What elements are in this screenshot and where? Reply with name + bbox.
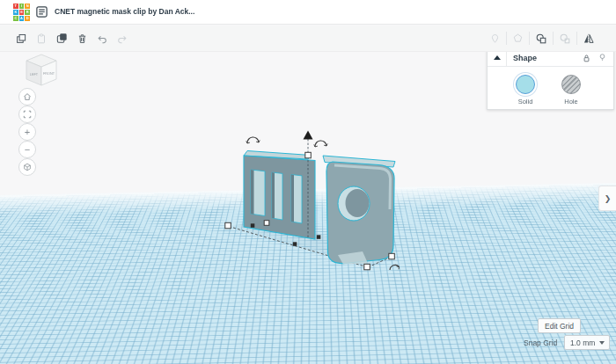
shape-options: Solid Hole <box>488 67 613 109</box>
logo-tile: D <box>25 16 30 21</box>
logo-tile: C <box>13 16 18 21</box>
fit-view-button[interactable] <box>18 106 36 123</box>
trash-icon <box>77 33 88 45</box>
undo-icon <box>96 33 108 44</box>
logo-tile: T <box>13 4 18 9</box>
group-icon <box>535 33 547 45</box>
logo-tile: N <box>25 4 30 9</box>
ungroup-icon <box>559 33 571 45</box>
paste-button[interactable] <box>35 33 48 45</box>
redo-button[interactable] <box>116 33 128 44</box>
plus-icon: + <box>25 127 30 137</box>
open-panel-tab[interactable]: ❯ <box>598 186 616 211</box>
redo-icon <box>116 33 128 44</box>
chevron-right-icon: ❯ <box>605 194 612 203</box>
triangle-up-icon <box>494 55 501 60</box>
ruler-button[interactable] <box>512 33 524 44</box>
perspective-toggle-button[interactable] <box>18 158 36 176</box>
toolbar-divider <box>529 32 530 45</box>
view-cube-left-label[interactable]: LEFT <box>30 73 39 76</box>
copy-icon <box>15 33 27 45</box>
fit-view-icon <box>22 109 33 120</box>
paste-icon <box>35 33 48 45</box>
toolbar-divider <box>553 32 554 45</box>
view-cube[interactable]: LEFT FRONT <box>24 54 59 87</box>
logo-tile: R <box>25 10 30 15</box>
shape-panel-header: Shape <box>488 49 613 67</box>
minus-icon: − <box>25 145 30 155</box>
hole-swatch-icon <box>561 75 581 94</box>
toolbar-divider <box>576 32 577 45</box>
tinkercad-logo[interactable]: TINKERCAD <box>13 4 30 20</box>
edit-grid-button[interactable]: Edit Grid <box>538 318 581 333</box>
mirror-button[interactable] <box>583 33 595 45</box>
copy-button[interactable] <box>15 33 27 45</box>
ungroup-button[interactable] <box>559 33 571 45</box>
home-icon <box>22 91 33 102</box>
view-cube-front-label[interactable]: FRONT <box>43 72 55 76</box>
solid-option[interactable]: Solid <box>512 71 539 106</box>
design-menu-button[interactable] <box>35 5 48 18</box>
snap-grid-label: Snap Grid <box>524 339 557 347</box>
duplicate-button[interactable] <box>55 32 69 45</box>
snap-grid-value: 1.0 mm <box>570 339 599 347</box>
delete-button[interactable] <box>77 33 88 45</box>
logo-tile: A <box>19 16 25 21</box>
ruler-pentagon-icon <box>512 33 524 44</box>
hole-option[interactable]: Hole <box>558 71 584 106</box>
design-title[interactable]: CNET magnetic mask clip by Dan Ack... <box>55 0 194 24</box>
title-bar: TINKERCAD CNET magnetic mask clip by Dan… <box>0 0 616 25</box>
shape-inspector-panel: Shape Solid Hole <box>487 48 614 110</box>
workplane-pin-icon <box>489 33 501 45</box>
solid-option-label: Solid <box>518 98 533 106</box>
zoom-in-button[interactable]: + <box>18 123 36 141</box>
tinkercad-app: LEFT FRONT + − ❯ Edi <box>0 0 616 364</box>
snap-grid-dropdown[interactable]: 1.0 mm <box>564 335 610 350</box>
caret-down-icon <box>599 341 605 345</box>
logo-tile: E <box>19 10 25 15</box>
zoom-out-button[interactable]: − <box>18 141 36 158</box>
menu-list-icon <box>35 5 48 18</box>
hole-option-label: Hole <box>564 98 577 106</box>
lightbulb-icon[interactable] <box>598 52 607 63</box>
perspective-icon <box>22 162 33 172</box>
logo-tile: I <box>19 4 25 9</box>
undo-button[interactable] <box>96 33 108 44</box>
home-view-button[interactable] <box>18 88 36 106</box>
main-toolbar <box>0 25 616 52</box>
duplicate-icon <box>55 32 69 45</box>
lock-icon[interactable] <box>582 53 591 63</box>
shape-panel-title: Shape <box>513 54 582 62</box>
logo-tile: K <box>13 10 18 15</box>
solid-swatch-icon <box>516 75 535 94</box>
workplane-button[interactable] <box>489 33 501 45</box>
group-button[interactable] <box>535 33 547 45</box>
toolbar-divider <box>506 32 507 45</box>
mirror-flip-icon <box>583 33 595 45</box>
